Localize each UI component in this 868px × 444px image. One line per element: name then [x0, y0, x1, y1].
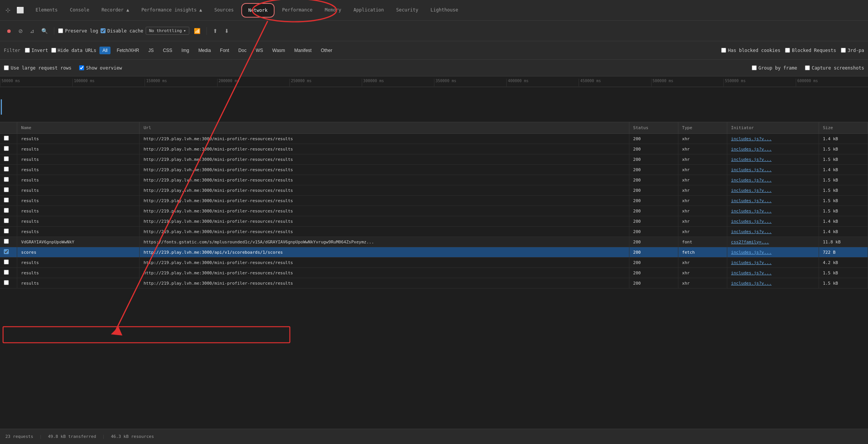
table-row[interactable]: resultshttp://219.play.lvh.me:3000/mini-…: [0, 278, 868, 288]
filter-type-img[interactable]: Img: [179, 47, 192, 54]
tab-sources[interactable]: Sources: [208, 0, 240, 21]
preserve-log-checkbox[interactable]: [58, 28, 63, 33]
row-initiator[interactable]: includes.js?v...: [727, 196, 819, 206]
row-initiator[interactable]: includes.js?v...: [727, 216, 819, 227]
invert-label[interactable]: Invert: [25, 48, 48, 53]
row-checkbox[interactable]: [4, 249, 9, 254]
row-checkbox-cell[interactable]: [0, 144, 17, 154]
table-row[interactable]: resultshttp://219.play.lvh.me:3000/mini-…: [0, 206, 868, 216]
table-row[interactable]: resultshttp://219.play.lvh.me:3000/mini-…: [0, 196, 868, 206]
record-button[interactable]: ⏺: [4, 26, 14, 36]
row-checkbox-cell[interactable]: [0, 206, 17, 216]
initiator-link[interactable]: includes.js?v...: [731, 198, 772, 203]
initiator-link[interactable]: includes.js?v...: [731, 136, 772, 141]
capture-screenshots-label[interactable]: Capture screenshots: [805, 65, 864, 71]
initiator-link[interactable]: includes.js?v...: [731, 260, 772, 265]
hide-data-urls-label[interactable]: Hide data URLs: [51, 48, 96, 53]
upload-icon[interactable]: ⬆: [211, 26, 220, 36]
initiator-link[interactable]: includes.js?v...: [731, 188, 772, 193]
row-checkbox[interactable]: [4, 146, 9, 151]
invert-checkbox[interactable]: [25, 48, 30, 53]
show-overview-checkbox[interactable]: [79, 65, 84, 70]
disable-cache-checkbox[interactable]: [101, 28, 106, 33]
hide-data-urls-checkbox[interactable]: [51, 48, 56, 53]
filter-type-manifest[interactable]: Manifest: [291, 47, 315, 54]
filter-type-doc[interactable]: Doc: [235, 47, 249, 54]
stop-button[interactable]: ⊘: [16, 26, 25, 36]
filter-type-font[interactable]: Font: [217, 47, 232, 54]
table-row[interactable]: resultshttp://219.play.lvh.me:3000/mini-…: [0, 258, 868, 268]
initiator-link[interactable]: css2?family=...: [731, 240, 769, 245]
row-checkbox[interactable]: [4, 177, 9, 182]
row-checkbox-cell[interactable]: [0, 134, 17, 144]
group-by-frame-label[interactable]: Group by frame: [752, 65, 797, 71]
row-initiator[interactable]: includes.js?v...: [727, 134, 819, 144]
row-checkbox-cell[interactable]: [0, 247, 17, 258]
wifi-icon[interactable]: 📶: [192, 26, 203, 36]
row-initiator[interactable]: includes.js?v...: [727, 278, 819, 288]
use-large-rows-checkbox[interactable]: [4, 65, 9, 70]
row-checkbox[interactable]: [4, 228, 9, 233]
table-row[interactable]: resultshttp://219.play.lvh.me:3000/mini-…: [0, 154, 868, 165]
filter-type-css[interactable]: CSS: [160, 47, 176, 54]
download-icon[interactable]: ⬇: [222, 26, 231, 36]
device-toggle-icon[interactable]: ⬜: [14, 5, 26, 15]
table-row[interactable]: VdGRAYIAV6gnpUpoWwNkYhttps://fonts.gstat…: [0, 237, 868, 247]
row-initiator[interactable]: includes.js?v...: [727, 154, 819, 165]
disable-cache-label[interactable]: Disable cache: [101, 28, 143, 34]
initiator-link[interactable]: includes.js?v...: [731, 178, 772, 183]
filter-type-ws[interactable]: WS: [253, 47, 266, 54]
row-checkbox-cell[interactable]: [0, 196, 17, 206]
capture-screenshots-checkbox[interactable]: [805, 65, 810, 70]
has-blocked-cookies-label[interactable]: Has blocked cookies: [721, 48, 780, 53]
third-party-checkbox[interactable]: [841, 48, 846, 53]
row-checkbox-cell[interactable]: [0, 237, 17, 247]
table-row[interactable]: scoreshttp://219.play.lvh.me:3000/api/v1…: [0, 247, 868, 258]
filter-type-wasm[interactable]: Wasm: [269, 47, 288, 54]
header-status[interactable]: Status: [629, 122, 678, 134]
filter-type-media[interactable]: Media: [195, 47, 214, 54]
row-checkbox-cell[interactable]: [0, 278, 17, 288]
header-initiator[interactable]: Initiator: [727, 122, 819, 134]
header-size[interactable]: Size: [819, 122, 868, 134]
initiator-link[interactable]: includes.js?v...: [731, 271, 772, 275]
table-row[interactable]: resultshttp://219.play.lvh.me:3000/mini-…: [0, 175, 868, 185]
tab-network[interactable]: Network: [241, 3, 275, 18]
row-checkbox[interactable]: [4, 156, 9, 161]
header-name[interactable]: Name: [17, 122, 140, 134]
row-initiator[interactable]: includes.js?v...: [727, 206, 819, 216]
filter-type-other[interactable]: Other: [318, 47, 335, 54]
group-by-frame-checkbox[interactable]: [752, 65, 757, 70]
blocked-requests-label[interactable]: Blocked Requests: [785, 48, 836, 53]
table-row[interactable]: resultshttp://219.play.lvh.me:3000/mini-…: [0, 227, 868, 237]
row-checkbox-cell[interactable]: [0, 175, 17, 185]
row-checkbox[interactable]: [4, 280, 9, 285]
row-checkbox-cell[interactable]: [0, 268, 17, 278]
tab-performance[interactable]: Performance: [276, 0, 319, 21]
row-checkbox[interactable]: [4, 259, 9, 264]
row-checkbox[interactable]: [4, 239, 9, 244]
initiator-link[interactable]: includes.js?v...: [731, 209, 772, 214]
row-checkbox-cell[interactable]: [0, 154, 17, 165]
initiator-link[interactable]: includes.js?v...: [731, 157, 772, 162]
blocked-requests-checkbox[interactable]: [785, 48, 790, 53]
throttling-selector[interactable]: No throttling ▾: [146, 27, 190, 35]
timeline-chart[interactable]: [0, 87, 868, 122]
filter-type-fetch-xhr[interactable]: Fetch/XHR: [114, 47, 142, 54]
table-row[interactable]: resultshttp://219.play.lvh.me:3000/mini-…: [0, 185, 868, 196]
filter-type-all[interactable]: All: [99, 47, 111, 54]
table-row[interactable]: resultshttp://219.play.lvh.me:3000/mini-…: [0, 216, 868, 227]
search-icon[interactable]: 🔍: [39, 26, 50, 36]
tab-security[interactable]: Security: [390, 0, 424, 21]
row-initiator[interactable]: includes.js?v...: [727, 144, 819, 154]
row-checkbox-cell[interactable]: [0, 165, 17, 175]
initiator-link[interactable]: includes.js?v...: [731, 229, 772, 234]
initiator-link[interactable]: includes.js?v...: [731, 281, 772, 286]
initiator-link[interactable]: includes.js?v...: [731, 147, 772, 152]
tab-console[interactable]: Console: [64, 0, 96, 21]
row-checkbox[interactable]: [4, 167, 9, 172]
use-large-rows-label[interactable]: Use large request rows: [4, 65, 72, 71]
row-initiator[interactable]: includes.js?v...: [727, 258, 819, 268]
filter-type-js[interactable]: JS: [145, 47, 157, 54]
table-row[interactable]: resultshttp://219.play.lvh.me:3000/mini-…: [0, 268, 868, 278]
